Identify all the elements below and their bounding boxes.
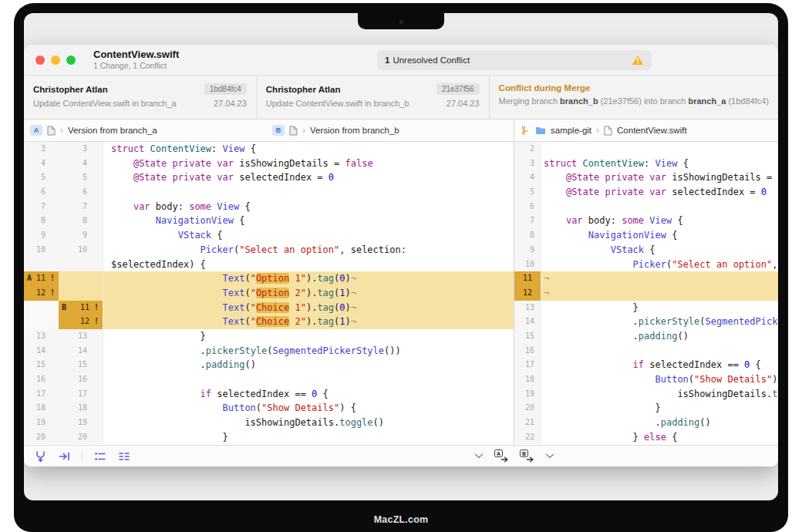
code-line[interactable]: Text("Option 2").tag(1)¬ xyxy=(103,286,514,301)
line-number-a: 3 xyxy=(24,142,59,157)
result-row: 2 xyxy=(514,142,778,157)
code-line[interactable] xyxy=(541,142,778,157)
conflict-line-number[interactable]: 11 xyxy=(514,271,541,286)
breadcrumb-version-b[interactable]: B › Version from branch_b xyxy=(272,120,399,141)
code-line[interactable]: Text("Option 1").tag(0)¬ xyxy=(103,271,514,286)
diff-row: B11! Text("Choice 1").tag(0)¬ xyxy=(24,301,514,315)
code-line[interactable]: Picker("Select an option", selection: xyxy=(103,243,514,258)
filter-list-icon[interactable] xyxy=(118,451,130,462)
line-number-b: 4 xyxy=(59,157,103,171)
code-line[interactable]: if selectedIndex == 0 { xyxy=(541,358,778,372)
code-line[interactable]: VStack { xyxy=(541,243,778,258)
code-line[interactable]: isShowingDetails.toggle() xyxy=(541,387,778,402)
combined-diff-pane[interactable]: 33struct ContentView: View {44 @State pr… xyxy=(24,142,514,445)
hunk-list-icon[interactable] xyxy=(94,451,106,462)
merge-view-icon[interactable] xyxy=(34,450,47,463)
code-line[interactable]: .padding() xyxy=(103,358,514,372)
take-b-button[interactable]: B xyxy=(520,450,534,463)
breadcrumb-version-a[interactable]: A › Version from branch_a xyxy=(30,120,157,141)
code-line[interactable]: @State private var isShowingDetails = fa… xyxy=(103,157,514,171)
code-line[interactable]: } xyxy=(103,430,514,445)
result-folder-label: sample-git xyxy=(551,126,591,135)
diff-row: 1717 if selectedIndex == 0 { xyxy=(24,387,514,402)
next-conflict-icon[interactable] xyxy=(59,451,70,462)
code-line[interactable]: NavigationView { xyxy=(541,228,778,243)
code-line[interactable]: NavigationView { xyxy=(103,214,514,228)
take-a-button[interactable]: A xyxy=(494,450,509,463)
code-line[interactable]: $selectedIndex) { xyxy=(103,258,514,272)
gutter xyxy=(24,315,59,329)
code-line[interactable]: isShowingDetails.toggle() xyxy=(103,416,514,430)
diff-row: $selectedIndex) { xyxy=(24,258,514,272)
diff-row: 1919 isShowingDetails.toggle() xyxy=(24,416,514,430)
code-line[interactable]: var body: some View { xyxy=(541,214,778,228)
code-line[interactable]: } xyxy=(541,301,778,315)
merge-result-pane[interactable]: 23struct ContentView: View {4 @State pri… xyxy=(514,142,778,445)
line-number-a: 18 xyxy=(24,401,59,416)
breadcrumb-bar: A › Version from branch_a B › Versio xyxy=(24,120,778,142)
gutter xyxy=(59,286,103,301)
line-number-a: 7 xyxy=(24,200,59,214)
code-line[interactable]: if selectedIndex == 0 { xyxy=(103,387,514,402)
commit-b-hash: 21e37f56 xyxy=(436,83,480,95)
code-line[interactable] xyxy=(103,372,514,387)
line-number: 19 xyxy=(514,387,541,402)
code-line[interactable]: .padding() xyxy=(541,329,778,344)
code-line[interactable] xyxy=(541,200,778,214)
code-line[interactable]: .pickerStyle(SegmentedPickerStyle()) xyxy=(103,344,514,359)
code-line[interactable]: Button("Show Details") { xyxy=(541,372,778,387)
line-number-a: 15 xyxy=(24,358,59,372)
line-number-a: 14 xyxy=(24,344,59,359)
code-line[interactable]: Button("Show Details") { xyxy=(103,401,514,416)
minimize-button[interactable] xyxy=(51,56,60,65)
code-line[interactable]: @State private var selectedIndex = 0 xyxy=(103,170,514,185)
line-number-b: 6 xyxy=(59,185,103,200)
code-line[interactable]: .pickerStyle(SegmentedPickerStyle()) xyxy=(541,315,778,329)
collapse-chevron-icon[interactable] xyxy=(474,453,484,459)
collapse-chevron-icon[interactable] xyxy=(545,453,554,459)
code-line[interactable]: var body: some View { xyxy=(103,200,514,214)
code-line[interactable]: @State private var selectedIndex = 0 xyxy=(541,185,778,200)
diff-editor: 33struct ContentView: View {44 @State pr… xyxy=(24,142,778,445)
conflict-gutter-b[interactable]: B11! xyxy=(59,301,103,315)
conflict-count: 1 xyxy=(385,56,389,65)
code-line[interactable]: Text("Choice 2").tag(1)¬ xyxy=(103,315,514,329)
code-line[interactable]: .padding() xyxy=(541,416,778,430)
gutter xyxy=(24,301,59,315)
diff-row: 1515 .padding() xyxy=(24,358,514,372)
result-row: 19 isShowingDetails.toggle() xyxy=(514,387,778,402)
code-line[interactable]: ¬ xyxy=(541,271,778,286)
line-number: 18 xyxy=(514,372,541,387)
breadcrumb-result[interactable]: sample-git › ContentView.swift xyxy=(514,120,778,141)
code-line[interactable]: VStack { xyxy=(103,228,514,243)
code-line[interactable]: } xyxy=(541,401,778,416)
conflict-line-number[interactable]: 12 xyxy=(514,286,541,301)
code-line[interactable] xyxy=(103,185,514,200)
conflict-gutter-a[interactable]: 12! xyxy=(24,286,59,301)
code-line[interactable]: } else { xyxy=(541,430,778,445)
line-number: 3 xyxy=(514,157,541,171)
code-line[interactable] xyxy=(541,344,778,359)
result-row: 9 VStack { xyxy=(514,243,778,258)
code-line[interactable]: Text("Choice 1").tag(0)¬ xyxy=(103,301,514,315)
result-row: 7 var body: some View { xyxy=(514,214,778,228)
line-number-b: 15 xyxy=(59,358,103,372)
result-row: 16 xyxy=(514,344,778,359)
code-line[interactable]: ¬ xyxy=(541,286,778,301)
code-line[interactable]: @State private var isShowingDetails = fa… xyxy=(541,170,778,185)
code-line[interactable]: Picker("Select an option", selection: $s… xyxy=(541,258,778,272)
code-line[interactable]: } xyxy=(103,329,514,344)
line-number: 16 xyxy=(514,344,541,359)
line-number-a: 9 xyxy=(24,228,59,243)
commit-a-message: Update ContentView.swift in branch_a xyxy=(33,99,177,108)
line-number: 13 xyxy=(514,301,541,315)
code-line[interactable]: struct ContentView: View { xyxy=(103,142,514,157)
conflict-gutter-a[interactable]: A11! xyxy=(24,271,59,286)
line-number-a: 13 xyxy=(24,329,59,344)
commit-a-date: 27.04.23 xyxy=(214,99,247,108)
code-line[interactable]: struct ContentView: View { xyxy=(541,157,778,171)
conflict-gutter-b[interactable]: 12! xyxy=(59,315,103,329)
zoom-button[interactable] xyxy=(66,56,76,65)
close-button[interactable] xyxy=(35,56,45,65)
version-b-badge: B xyxy=(272,125,285,136)
